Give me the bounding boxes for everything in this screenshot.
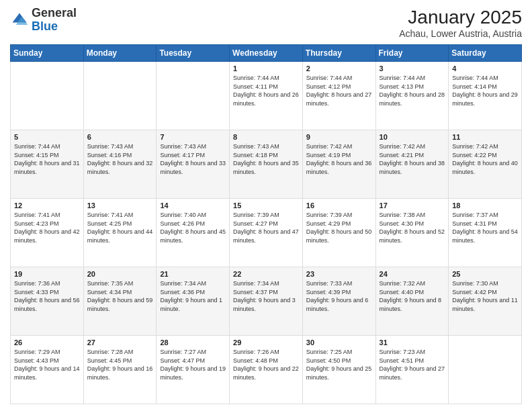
table-row: [11, 62, 84, 130]
logo-icon: [10, 11, 29, 30]
week-row-4: 26Sunrise: 7:29 AM Sunset: 4:43 PM Dayli…: [11, 336, 522, 404]
day-info: Sunrise: 7:38 AM Sunset: 4:30 PM Dayligh…: [380, 211, 445, 244]
day-info: Sunrise: 7:32 AM Sunset: 4:40 PM Dayligh…: [380, 279, 445, 313]
table-row: 18Sunrise: 7:37 AM Sunset: 4:31 PM Dayli…: [449, 199, 522, 267]
title-block: January 2025 Achau, Lower Austria, Austr…: [399, 7, 522, 39]
table-row: 21Sunrise: 7:34 AM Sunset: 4:36 PM Dayli…: [157, 267, 230, 336]
day-number: 11: [452, 133, 518, 141]
day-info: Sunrise: 7:42 AM Sunset: 4:21 PM Dayligh…: [380, 142, 445, 176]
day-number: 8: [233, 133, 299, 141]
day-number: 28: [160, 338, 226, 347]
page-title: January 2025: [399, 7, 522, 28]
table-row: 3Sunrise: 7:44 AM Sunset: 4:13 PM Daylig…: [375, 62, 449, 130]
header-sunday: Sunday: [11, 45, 84, 62]
day-info: Sunrise: 7:44 AM Sunset: 4:13 PM Dayligh…: [380, 74, 445, 107]
table-row: 7Sunrise: 7:43 AM Sunset: 4:17 PM Daylig…: [157, 130, 230, 199]
day-number: 1: [233, 64, 299, 73]
day-info: Sunrise: 7:35 AM Sunset: 4:34 PM Dayligh…: [87, 279, 153, 313]
table-row: 9Sunrise: 7:42 AM Sunset: 4:19 PM Daylig…: [302, 130, 375, 199]
day-info: Sunrise: 7:25 AM Sunset: 4:50 PM Dayligh…: [306, 348, 372, 381]
day-number: 14: [160, 201, 226, 210]
day-info: Sunrise: 7:43 AM Sunset: 4:18 PM Dayligh…: [233, 142, 299, 176]
day-info: Sunrise: 7:44 AM Sunset: 4:11 PM Dayligh…: [233, 74, 299, 107]
day-info: Sunrise: 7:39 AM Sunset: 4:29 PM Dayligh…: [306, 211, 372, 244]
day-number: 13: [87, 201, 153, 210]
table-row: 22Sunrise: 7:34 AM Sunset: 4:37 PM Dayli…: [230, 267, 303, 336]
table-row: 15Sunrise: 7:39 AM Sunset: 4:27 PM Dayli…: [230, 199, 303, 267]
table-row: 16Sunrise: 7:39 AM Sunset: 4:29 PM Dayli…: [302, 199, 375, 267]
day-number: 27: [87, 338, 153, 347]
table-row: 14Sunrise: 7:40 AM Sunset: 4:26 PM Dayli…: [157, 199, 230, 267]
day-info: Sunrise: 7:33 AM Sunset: 4:39 PM Dayligh…: [306, 279, 372, 313]
day-info: Sunrise: 7:34 AM Sunset: 4:37 PM Dayligh…: [233, 279, 299, 313]
table-row: 10Sunrise: 7:42 AM Sunset: 4:21 PM Dayli…: [375, 130, 449, 199]
day-number: 3: [380, 64, 445, 73]
table-row: 29Sunrise: 7:26 AM Sunset: 4:48 PM Dayli…: [230, 336, 303, 404]
day-number: 7: [160, 133, 226, 141]
table-row: [83, 62, 157, 130]
day-number: 29: [233, 338, 299, 347]
week-row-1: 5Sunrise: 7:44 AM Sunset: 4:15 PM Daylig…: [11, 130, 522, 199]
page: General Blue January 2025 Achau, Lower A…: [0, 0, 532, 411]
day-info: Sunrise: 7:43 AM Sunset: 4:17 PM Dayligh…: [160, 142, 226, 176]
table-row: 30Sunrise: 7:25 AM Sunset: 4:50 PM Dayli…: [302, 336, 375, 404]
table-row: 26Sunrise: 7:29 AM Sunset: 4:43 PM Dayli…: [11, 336, 84, 404]
day-info: Sunrise: 7:42 AM Sunset: 4:19 PM Dayligh…: [306, 142, 372, 176]
day-info: Sunrise: 7:36 AM Sunset: 4:33 PM Dayligh…: [14, 279, 80, 313]
day-info: Sunrise: 7:23 AM Sunset: 4:51 PM Dayligh…: [380, 348, 445, 381]
day-number: 23: [306, 270, 372, 278]
table-row: 8Sunrise: 7:43 AM Sunset: 4:18 PM Daylig…: [230, 130, 303, 199]
day-number: 18: [452, 201, 518, 210]
header-friday: Friday: [375, 45, 449, 62]
day-info: Sunrise: 7:44 AM Sunset: 4:14 PM Dayligh…: [452, 74, 518, 107]
table-row: 1Sunrise: 7:44 AM Sunset: 4:11 PM Daylig…: [230, 62, 303, 130]
day-number: 10: [380, 133, 445, 141]
header-thursday: Thursday: [302, 45, 375, 62]
logo-general-text: General: [32, 6, 77, 19]
day-number: 9: [306, 133, 372, 141]
day-info: Sunrise: 7:34 AM Sunset: 4:36 PM Dayligh…: [160, 279, 226, 313]
week-row-2: 12Sunrise: 7:41 AM Sunset: 4:23 PM Dayli…: [11, 199, 522, 267]
day-info: Sunrise: 7:26 AM Sunset: 4:48 PM Dayligh…: [233, 348, 299, 381]
header: General Blue January 2025 Achau, Lower A…: [10, 7, 522, 39]
weekday-header-row: Sunday Monday Tuesday Wednesday Thursday…: [11, 45, 522, 62]
table-row: 31Sunrise: 7:23 AM Sunset: 4:51 PM Dayli…: [375, 336, 449, 404]
day-number: 12: [14, 201, 80, 210]
header-wednesday: Wednesday: [230, 45, 303, 62]
day-number: 20: [87, 270, 153, 278]
table-row: 19Sunrise: 7:36 AM Sunset: 4:33 PM Dayli…: [11, 267, 84, 336]
header-tuesday: Tuesday: [157, 45, 230, 62]
day-number: 6: [87, 133, 153, 141]
table-row: [157, 62, 230, 130]
table-row: 20Sunrise: 7:35 AM Sunset: 4:34 PM Dayli…: [83, 267, 157, 336]
day-number: 19: [14, 270, 80, 278]
day-info: Sunrise: 7:44 AM Sunset: 4:15 PM Dayligh…: [14, 142, 80, 176]
day-number: 15: [233, 201, 299, 210]
logo-blue-text: Blue: [32, 19, 58, 33]
table-row: 27Sunrise: 7:28 AM Sunset: 4:45 PM Dayli…: [83, 336, 157, 404]
table-row: 5Sunrise: 7:44 AM Sunset: 4:15 PM Daylig…: [11, 130, 84, 199]
day-number: 17: [380, 201, 445, 210]
day-info: Sunrise: 7:42 AM Sunset: 4:22 PM Dayligh…: [452, 142, 518, 176]
table-row: 13Sunrise: 7:41 AM Sunset: 4:25 PM Dayli…: [83, 199, 157, 267]
table-row: [449, 336, 522, 404]
header-monday: Monday: [83, 45, 157, 62]
day-info: Sunrise: 7:44 AM Sunset: 4:12 PM Dayligh…: [306, 74, 372, 107]
logo: General Blue: [10, 7, 77, 34]
day-number: 16: [306, 201, 372, 210]
day-number: 24: [380, 270, 445, 278]
day-info: Sunrise: 7:41 AM Sunset: 4:23 PM Dayligh…: [14, 211, 80, 244]
day-number: 21: [160, 270, 226, 278]
calendar: Sunday Monday Tuesday Wednesday Thursday…: [10, 44, 522, 404]
day-number: 4: [452, 64, 518, 73]
table-row: 11Sunrise: 7:42 AM Sunset: 4:22 PM Dayli…: [449, 130, 522, 199]
day-info: Sunrise: 7:43 AM Sunset: 4:16 PM Dayligh…: [87, 142, 153, 176]
day-number: 5: [14, 133, 80, 141]
day-number: 22: [233, 270, 299, 278]
day-info: Sunrise: 7:28 AM Sunset: 4:45 PM Dayligh…: [87, 348, 153, 381]
day-number: 26: [14, 338, 80, 347]
day-number: 25: [452, 270, 518, 278]
week-row-3: 19Sunrise: 7:36 AM Sunset: 4:33 PM Dayli…: [11, 267, 522, 336]
day-info: Sunrise: 7:37 AM Sunset: 4:31 PM Dayligh…: [452, 211, 518, 244]
table-row: 24Sunrise: 7:32 AM Sunset: 4:40 PM Dayli…: [375, 267, 449, 336]
